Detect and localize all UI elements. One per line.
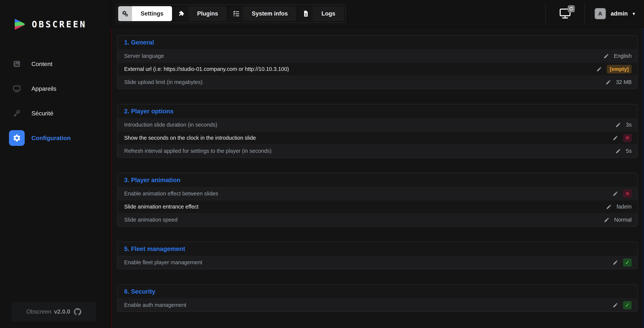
sidebar-item-label: Sécurité [32, 110, 53, 117]
version-footer: Obscreen v2.0.0 [12, 302, 96, 322]
setting-value-group: 32 MB [606, 79, 632, 85]
setting-label: External url (i.e: https://studio-01.com… [124, 66, 289, 72]
topbar-right: A admin ▾ [545, 3, 635, 24]
edit-icon[interactable] [612, 260, 618, 265]
setting-value: English [614, 53, 632, 59]
setting-row-refresh-interval[interactable]: Refresh interval applied for settings to… [118, 144, 637, 158]
user-menu[interactable]: A admin ▾ [595, 8, 635, 19]
setting-row-animation-speed[interactable]: Slide animation speed Normal [118, 213, 637, 226]
section-security: 6. Security Enable auth management ✓ [117, 284, 638, 312]
app-logo[interactable]: OBSCREEN [12, 17, 87, 32]
setting-row-external-url[interactable]: External url (i.e: https://studio-01.com… [118, 62, 637, 76]
section-player-animation: 3. Player animation Enable animation eff… [117, 173, 638, 227]
gears-icon [118, 6, 132, 21]
settings-page: 1. General Server language English Exter… [111, 28, 644, 328]
edit-icon[interactable] [612, 191, 618, 196]
section-title: 2. Player options [118, 104, 637, 118]
key-icon [9, 106, 25, 121]
setting-value-group: ✕ [612, 190, 632, 198]
setting-row-enable-animation[interactable]: Enable animation effect between slides ✕ [118, 187, 637, 200]
divider [545, 3, 546, 24]
chevron-down-icon: ▾ [632, 11, 635, 17]
edit-icon[interactable] [604, 217, 610, 223]
image-icon [9, 56, 25, 72]
sidebar: OBSCREEN Content Appareils Sécurité Conf… [0, 0, 111, 328]
setting-row-intro-duration[interactable]: Introduction slide duration (in seconds)… [118, 118, 637, 131]
setting-row-auth-management[interactable]: Enable auth management ✓ [118, 298, 637, 312]
tab-plugins[interactable]: Plugins [175, 6, 227, 21]
sidebar-item-label: Appareils [32, 85, 56, 92]
setting-value-group: ✓ [612, 258, 632, 267]
setting-row-server-language[interactable]: Server language English [118, 49, 637, 62]
setting-value-group: 5s [616, 148, 632, 154]
sidebar-item-configuration[interactable]: Configuration [0, 130, 110, 146]
setting-value-group: Normal [604, 217, 632, 223]
tab-system-infos[interactable]: System infos [229, 6, 296, 21]
setting-value-group: ✓ [612, 301, 632, 309]
section-title: 6. Security [118, 284, 637, 298]
file-icon [299, 6, 313, 21]
setting-label: Slide animation speed [124, 217, 178, 223]
setting-value-group: fadeIn [606, 204, 632, 210]
gear-icon [9, 130, 25, 146]
section-title: 5. Fleet management [118, 242, 637, 256]
footer-version: v2.0.0 [54, 308, 70, 315]
section-player-options: 2. Player options Introduction slide dur… [117, 104, 638, 158]
edit-icon[interactable] [616, 148, 621, 154]
footer-app-name: Obscreen [26, 308, 52, 315]
setting-label: Enable animation effect between slides [124, 190, 218, 197]
tab-logs[interactable]: Logs [299, 6, 344, 21]
section-fleet-management: 5. Fleet management Enable fleet player … [117, 242, 638, 269]
setting-value-group: ✕ [612, 134, 632, 142]
sidebar-item-label: Content [32, 60, 52, 68]
setting-value: 3s [626, 122, 632, 128]
edit-icon[interactable] [606, 80, 611, 85]
enabled-check-icon[interactable]: ✓ [623, 301, 632, 309]
disabled-cross-icon[interactable]: ✕ [623, 190, 632, 198]
avatar: A [595, 8, 606, 19]
edit-icon[interactable] [604, 53, 609, 59]
setting-value: fadeIn [616, 204, 632, 210]
setting-value-group: English [604, 53, 632, 59]
setting-label: Server language [124, 53, 164, 59]
enabled-check-icon[interactable]: ✓ [623, 258, 632, 267]
setting-row-upload-limit[interactable]: Slide upload limit (in megabytes) 32 MB [118, 76, 637, 89]
edit-icon[interactable] [616, 122, 621, 128]
setting-label: Show the seconds on the clock in the int… [124, 135, 256, 141]
setting-row-entrance-effect[interactable]: Slide animation entrance effect fadeIn [118, 200, 637, 213]
disabled-cross-icon[interactable]: ✕ [623, 134, 632, 142]
main-area: Settings Plugins System infos Logs [111, 0, 644, 328]
setting-label: Introduction slide duration (in seconds) [124, 122, 217, 128]
tab-label: Logs [313, 6, 344, 21]
monitor-icon [9, 81, 25, 96]
preview-screen-button[interactable] [559, 8, 571, 20]
edit-icon[interactable] [612, 135, 618, 141]
empty-value-badge[interactable]: [empty] [607, 65, 632, 74]
edit-icon[interactable] [606, 204, 612, 210]
sidebar-item-content[interactable]: Content [0, 56, 110, 72]
section-title: 3. Player animation [118, 173, 637, 187]
tab-settings[interactable]: Settings [118, 6, 172, 21]
setting-value: Normal [614, 217, 632, 223]
github-icon[interactable] [74, 308, 81, 316]
sidebar-item-label: Configuration [32, 135, 71, 142]
setting-label: Enable auth management [124, 302, 186, 308]
tab-group: Settings Plugins System infos Logs [116, 4, 346, 23]
setting-row-fleet-management[interactable]: Enable fleet player management ✓ [118, 256, 637, 269]
section-title: 1. General [118, 36, 637, 49]
puzzle-icon [175, 6, 188, 21]
obscreen-logo-icon [12, 17, 26, 32]
edit-icon[interactable] [596, 66, 602, 72]
setting-value-group: [empty] [596, 65, 632, 74]
setting-label: Slide upload limit (in megabytes) [124, 79, 202, 85]
setting-label: Enable fleet player management [124, 259, 202, 266]
tab-label: Plugins [188, 6, 227, 21]
setting-label: Slide animation entrance effect [124, 204, 198, 210]
topbar: Settings Plugins System infos Logs [111, 0, 644, 28]
tab-label: System infos [243, 6, 296, 21]
edit-icon[interactable] [612, 302, 618, 308]
refresh-badge-icon [568, 5, 575, 12]
setting-row-clock-seconds[interactable]: Show the seconds on the clock in the int… [118, 131, 637, 144]
sidebar-item-securite[interactable]: Sécurité [0, 106, 110, 121]
sidebar-item-appareils[interactable]: Appareils [0, 81, 110, 96]
